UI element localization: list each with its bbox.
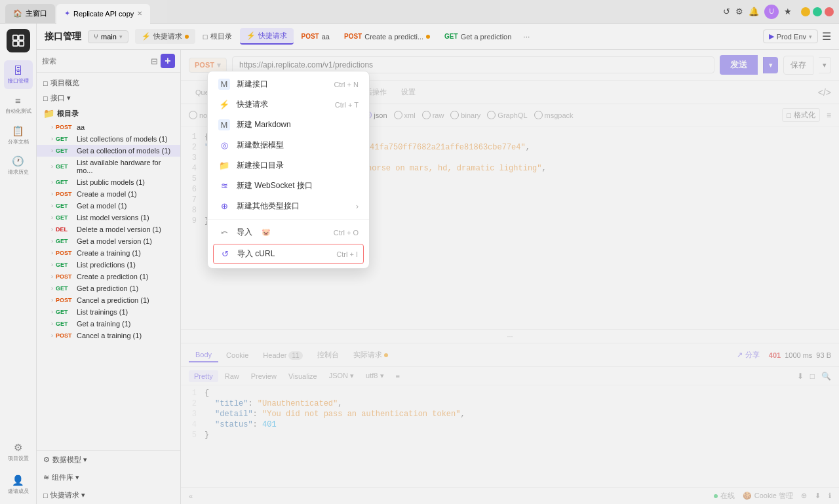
new-other-arrow: › xyxy=(356,202,359,211)
menu-item-import[interactable]: ⤺ 导入 🐷 Ctrl + O xyxy=(208,222,369,242)
menu-item-quick-req[interactable]: ⚡ 快捷请求 Ctrl + T xyxy=(208,94,369,115)
new-dir-icon: 📁 xyxy=(218,161,230,170)
dim-overlay[interactable] xyxy=(0,0,839,504)
menu-item-new-interface[interactable]: M 新建接口 Ctrl + N xyxy=(208,74,369,94)
quick-req-menu-icon: ⚡ xyxy=(218,100,230,109)
new-interface-label: 新建接口 xyxy=(237,79,268,90)
import-curl-label: 导入 cURL xyxy=(237,248,275,260)
import-icon: ⤺ xyxy=(218,227,230,237)
quick-req-shortcut: Ctrl + T xyxy=(335,101,359,109)
menu-item-new-websocket[interactable]: ≋ 新建 WebSocket 接口 xyxy=(208,176,369,196)
new-other-label: 新建其他类型接口 xyxy=(237,201,300,212)
dropdown-menu: M 新建接口 Ctrl + N ⚡ 快捷请求 Ctrl + T M 新建 Mar… xyxy=(207,71,370,269)
import-label: 导入 xyxy=(237,227,252,238)
import-icon-extra: 🐷 xyxy=(262,228,271,237)
import-curl-shortcut: Ctrl + I xyxy=(336,250,358,258)
new-markdown-label: 新建 Markdown xyxy=(237,119,291,130)
new-websocket-label: 新建 WebSocket 接口 xyxy=(237,180,313,191)
new-interface-icon: M xyxy=(218,79,230,90)
new-markdown-icon: M xyxy=(218,119,230,130)
menu-item-new-other[interactable]: ⊕ 新建其他类型接口 › xyxy=(208,196,369,216)
new-data-model-icon: ◎ xyxy=(218,140,230,150)
quick-req-menu-label: 快捷请求 xyxy=(237,99,268,110)
menu-item-new-markdown[interactable]: M 新建 Markdown xyxy=(208,115,369,135)
new-websocket-icon: ≋ xyxy=(218,181,230,191)
menu-separator xyxy=(208,219,369,220)
new-dir-label: 新建接口目录 xyxy=(237,160,284,171)
new-interface-shortcut: Ctrl + N xyxy=(334,81,359,88)
import-shortcut: Ctrl + O xyxy=(334,229,359,237)
menu-item-import-curl[interactable]: ↺ 导入 cURL Ctrl + I xyxy=(213,244,364,264)
menu-item-new-dir[interactable]: 📁 新建接口目录 xyxy=(208,155,369,176)
new-other-icon: ⊕ xyxy=(218,201,230,211)
new-data-model-label: 新建数据模型 xyxy=(237,140,284,151)
import-curl-icon: ↺ xyxy=(219,249,231,259)
menu-item-new-data-model[interactable]: ◎ 新建数据模型 xyxy=(208,135,369,155)
